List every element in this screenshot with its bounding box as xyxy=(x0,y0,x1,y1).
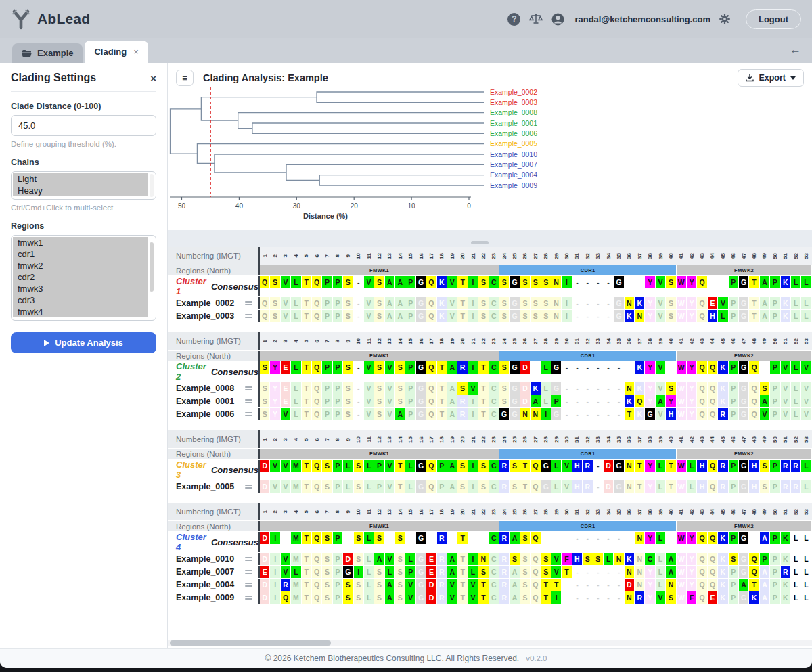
settings-close-icon[interactable]: × xyxy=(150,72,156,84)
consensus-row: Cluster 3ConsensusDVVMTQSPLSLPVTLGQPASIS… xyxy=(168,460,812,480)
drag-handle-icon[interactable] xyxy=(245,386,252,390)
position-number: 29 xyxy=(551,503,561,520)
drag-handle-icon[interactable] xyxy=(245,557,252,561)
regions-header: Regions (North) xyxy=(168,449,258,459)
numbering-row: Numbering (IMGT)123456789101112131415161… xyxy=(168,503,812,520)
sidebar-option-Heavy[interactable]: Heavy xyxy=(13,185,148,196)
tables-hscroll-track[interactable] xyxy=(168,640,812,646)
sequence-name: Example_0007 xyxy=(176,567,234,577)
aln-cell: E xyxy=(281,395,290,407)
cluster-table-1: Numbering (IMGT)123456789101112131415161… xyxy=(168,247,812,322)
app-name: AbLead xyxy=(37,11,90,27)
sequence-label: Example_0008 xyxy=(168,382,258,395)
dendro-hscroll-thumb[interactable] xyxy=(471,241,489,244)
clade-distance-input[interactable] xyxy=(11,115,156,136)
aln-cell-diff: H xyxy=(708,310,717,322)
sidebar-option-cdr1[interactable]: cdr1 xyxy=(13,248,148,260)
scale-icon[interactable] xyxy=(529,13,543,25)
position-number: 33 xyxy=(593,247,603,265)
sidebar-option-Light[interactable]: Light xyxy=(13,173,148,185)
drag-handle-icon[interactable] xyxy=(245,412,252,416)
position-number: 53 xyxy=(801,503,811,520)
aln-cell: - xyxy=(583,310,592,322)
help-icon[interactable]: ? xyxy=(508,13,520,26)
position-number: 42 xyxy=(687,247,696,265)
clading-analysis-card: ≡ Clading Analysis: Example Export 50403… xyxy=(168,63,812,230)
position-number: 9 xyxy=(343,430,353,448)
back-arrow-icon[interactable]: ← xyxy=(790,43,801,57)
aln-cell-diff: S xyxy=(457,382,467,395)
logout-button[interactable]: Logout xyxy=(746,9,801,29)
aln-cell: L xyxy=(291,297,300,309)
aln-cell: T xyxy=(302,310,311,322)
tab-example[interactable]: Example xyxy=(12,43,83,63)
aln-cell: Q xyxy=(312,276,321,288)
app-footer: © 2026 Ketchem Biotherapeutics Consultin… xyxy=(0,648,812,668)
aln-cell-diff: A xyxy=(447,566,457,578)
tab-clading[interactable]: Clading × xyxy=(85,41,148,63)
regions-multiselect[interactable]: fmwk1cdr1fmwk2cdr2fmwk3cdr3fmwk4 xyxy=(11,235,156,321)
aln-cell: P xyxy=(770,382,780,395)
aln-cell: - xyxy=(614,532,623,544)
drag-handle-icon[interactable] xyxy=(245,399,252,403)
sidebar-option-fmwk1[interactable]: fmwk1 xyxy=(13,237,148,248)
aln-cell: S xyxy=(395,566,405,578)
position-number: 37 xyxy=(635,247,644,265)
aln-cell: S xyxy=(457,460,467,472)
sequence-label: Example_0010 xyxy=(168,553,258,565)
drag-handle-icon[interactable] xyxy=(245,596,252,600)
position-number: 31 xyxy=(572,430,582,448)
aln-cell: D xyxy=(604,480,613,493)
aln-cell: T xyxy=(520,480,530,493)
aln-cell: - xyxy=(572,310,582,322)
aln-cell: S xyxy=(354,480,363,493)
aln-cell: L xyxy=(364,579,374,591)
drag-handle-icon[interactable] xyxy=(245,583,252,587)
regions-scrollbar-thumb[interactable] xyxy=(150,242,154,292)
aln-cell: V xyxy=(364,408,374,420)
menu-button[interactable]: ≡ xyxy=(176,70,194,86)
sidebar-option-fmwk4[interactable]: fmwk4 xyxy=(13,306,148,317)
tables-hscroll-thumb[interactable] xyxy=(170,640,331,646)
tab-close-icon[interactable]: × xyxy=(133,47,139,57)
position-number: 51 xyxy=(781,503,790,520)
gear-icon[interactable] xyxy=(719,14,730,24)
aln-cell: P xyxy=(322,310,332,322)
sidebar-option-cdr2[interactable]: cdr2 xyxy=(13,271,148,283)
position-number: 15 xyxy=(405,332,415,350)
drag-handle-icon[interactable] xyxy=(245,570,252,574)
leaf-label: Example_0004 xyxy=(490,171,537,179)
position-number: 11 xyxy=(364,503,374,520)
position-number: 50 xyxy=(770,503,780,520)
aln-cell-diff: V xyxy=(551,553,561,565)
position-number: 9 xyxy=(343,332,353,350)
sidebar-option-cdr3[interactable]: cdr3 xyxy=(13,294,148,306)
position-number: 50 xyxy=(770,430,780,448)
drag-handle-icon[interactable] xyxy=(245,314,252,318)
aln-cell: S xyxy=(322,532,332,544)
aln-cell: C xyxy=(489,297,499,309)
drag-handle-icon[interactable] xyxy=(245,485,252,489)
aln-cell xyxy=(718,276,727,288)
drag-handle-icon[interactable] xyxy=(245,301,252,305)
aln-cell xyxy=(541,532,551,544)
position-number: 41 xyxy=(677,503,686,520)
update-analysis-button[interactable]: Update Analysis xyxy=(11,332,156,353)
position-number: 51 xyxy=(781,332,790,350)
aln-cell: C xyxy=(489,579,499,591)
aln-cell: I xyxy=(270,579,279,591)
chains-scrollbar[interactable] xyxy=(150,174,154,197)
position-number: 29 xyxy=(551,332,561,350)
chains-multiselect[interactable]: LightHeavy xyxy=(11,171,156,200)
position-number: 6 xyxy=(312,332,321,350)
aln-cell: D xyxy=(260,480,269,493)
sidebar-option-fmwk2[interactable]: fmwk2 xyxy=(13,260,148,271)
tab-bar: Example Clading × ← xyxy=(0,38,812,63)
aln-cell: K xyxy=(781,276,790,288)
aln-cell: Q xyxy=(708,553,717,565)
aln-cell: - xyxy=(614,591,623,604)
aln-cell: G xyxy=(416,408,426,420)
position-number: 29 xyxy=(551,430,561,448)
sidebar-option-fmwk3[interactable]: fmwk3 xyxy=(13,283,148,294)
export-button[interactable]: Export xyxy=(738,69,804,87)
